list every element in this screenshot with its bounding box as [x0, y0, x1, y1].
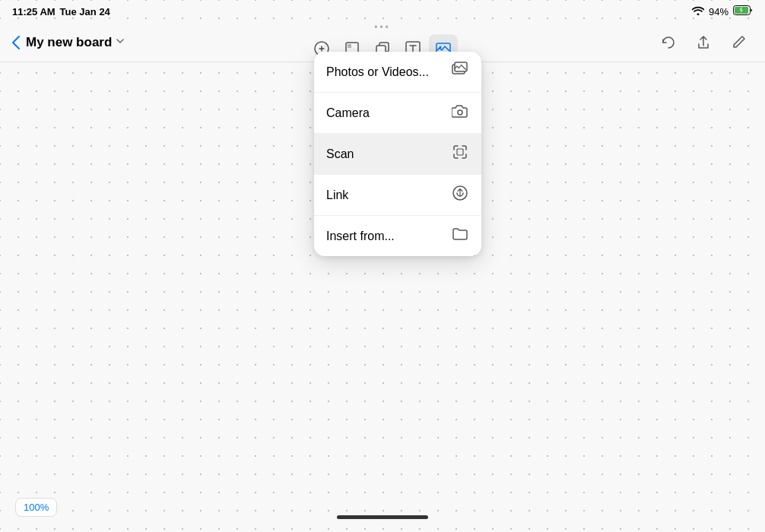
battery-icon — [733, 5, 753, 17]
svg-rect-14 — [457, 149, 463, 155]
link-icon — [451, 185, 469, 205]
date-display: Tue Jan 24 — [60, 6, 110, 17]
svg-point-10 — [440, 46, 442, 48]
battery-percentage: 94% — [709, 6, 728, 17]
menu-item-link[interactable]: Link — [314, 175, 481, 216]
svg-point-13 — [458, 110, 462, 115]
board-title-text: My new board — [26, 35, 112, 50]
camera-label: Camera — [326, 106, 370, 120]
toolbar-left: My new board — [12, 35, 125, 50]
time-display: 11:25 AM — [12, 6, 56, 17]
undo-button[interactable] — [654, 28, 683, 57]
menu-item-scan[interactable]: Scan — [314, 134, 481, 175]
share-button[interactable] — [689, 28, 718, 57]
insert-dropdown-menu: Photos or Videos... Camera Scan — [314, 52, 481, 256]
board-title-chevron[interactable] — [115, 35, 125, 50]
home-indicator — [337, 515, 428, 519]
bottom-bar — [0, 502, 765, 532]
three-dots: ••• — [374, 22, 391, 33]
status-bar: 11:25 AM Tue Jan 24 94% — [0, 0, 765, 23]
svg-point-3 — [321, 47, 323, 49]
insert-from-label: Insert from... — [326, 230, 395, 243]
menu-item-camera[interactable]: Camera — [314, 93, 481, 134]
back-button[interactable] — [12, 36, 20, 49]
menu-item-photos-videos[interactable]: Photos or Videos... — [314, 52, 481, 93]
link-label: Link — [326, 188, 348, 202]
camera-icon — [451, 103, 469, 123]
photos-videos-icon — [451, 62, 469, 82]
status-left: 11:25 AM Tue Jan 24 — [12, 6, 110, 17]
photos-videos-label: Photos or Videos... — [326, 65, 429, 79]
status-right: 94% — [692, 5, 753, 17]
scan-label: Scan — [326, 147, 354, 161]
menu-item-insert-from[interactable]: Insert from... — [314, 216, 481, 256]
board-title: My new board — [26, 35, 125, 50]
svg-rect-5 — [348, 44, 351, 48]
scan-icon — [451, 144, 469, 164]
folder-icon — [451, 226, 469, 246]
edit-button[interactable] — [724, 28, 753, 57]
toolbar-right — [654, 28, 753, 57]
wifi-icon — [692, 6, 704, 17]
